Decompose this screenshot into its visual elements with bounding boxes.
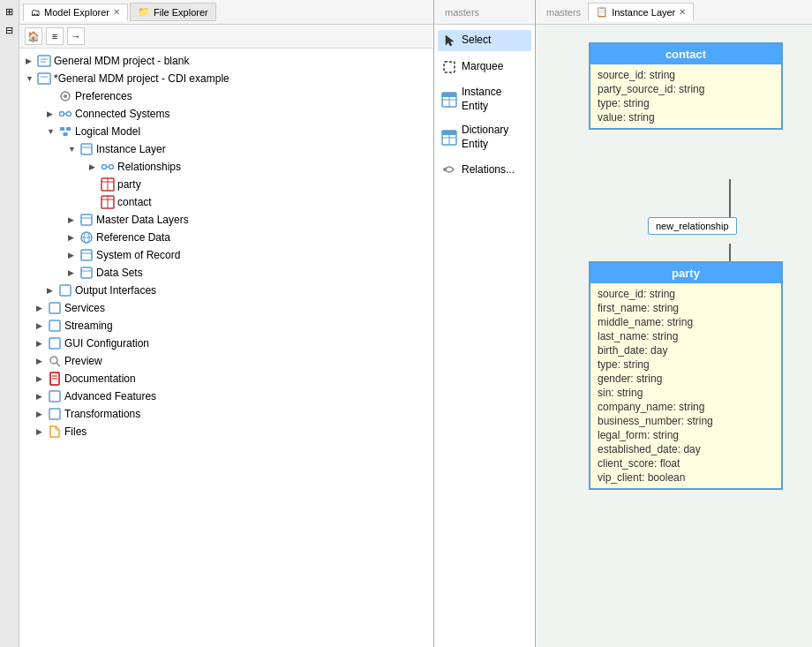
- tree-item-connected-systems[interactable]: ▶Connected Systems: [19, 105, 433, 123]
- tree-arrow-services[interactable]: ▶: [36, 304, 45, 312]
- tree-item-reference-data[interactable]: ▶Reference Data: [19, 229, 433, 246]
- file-explorer-label: File Explorer: [154, 7, 208, 18]
- party-field: source_id: string: [598, 287, 774, 301]
- svg-point-7: [60, 112, 64, 117]
- party-field: company_name: string: [598, 400, 774, 414]
- palette-item-dictionary-entity[interactable]: Dictionary Entity: [438, 121, 531, 154]
- tree-arrow-gui-configuration[interactable]: ▶: [36, 339, 45, 348]
- palette-item-marquee[interactable]: Marquee: [438, 56, 531, 78]
- diagram-canvas[interactable]: contact source_id: stringparty_source_id…: [536, 25, 812, 647]
- tree-item-output-interfaces[interactable]: ▶Output Interfaces: [19, 282, 433, 299]
- party-entity-body: source_id: stringfirst_name: stringmiddl…: [590, 283, 781, 488]
- tree-item-streaming[interactable]: ▶Streaming: [19, 317, 433, 335]
- model-explorer-close[interactable]: ✕: [113, 7, 120, 17]
- tree-arrow-streaming[interactable]: ▶: [36, 321, 45, 330]
- tree-arrow-general-cdi[interactable]: ▼: [26, 74, 34, 83]
- tree-item-preferences[interactable]: Preferences: [19, 87, 433, 105]
- tree-arrow-output-interfaces[interactable]: ▶: [47, 286, 56, 295]
- relationship-box[interactable]: new_relationship: [648, 217, 737, 235]
- palette-label-relationship: Relations...: [462, 163, 515, 177]
- tree-panel: ▶General MDM project - blank▼*General MD…: [19, 49, 433, 647]
- relationship-label: new_relationship: [656, 221, 729, 231]
- tree-icon-logical-model: [58, 124, 72, 139]
- tree-arrow-preview[interactable]: ▶: [36, 357, 45, 365]
- toolbar-btn-1[interactable]: 🏠: [25, 27, 42, 45]
- svg-rect-23: [81, 214, 92, 225]
- side-icon-1[interactable]: ⊞: [2, 4, 18, 19]
- party-field: birth_date: day: [598, 343, 774, 357]
- tree-label-master-data-layers: Master Data Layers: [96, 214, 189, 226]
- tree-item-gui-configuration[interactable]: ▶GUI Configuration: [19, 335, 433, 352]
- palette-item-relationship[interactable]: Relations...: [438, 159, 531, 180]
- tree-icon-documentation: [48, 372, 62, 386]
- tree-item-general-blank[interactable]: ▶General MDM project - blank: [19, 52, 433, 70]
- svg-rect-11: [66, 127, 71, 131]
- toolbar-btn-3[interactable]: →: [67, 27, 85, 45]
- model-explorer-icon: 🗂: [31, 7, 41, 18]
- tree-arrow-logical-model[interactable]: ▼: [47, 127, 56, 136]
- tree-item-contact[interactable]: contact: [19, 193, 433, 211]
- tree-label-gui-configuration: GUI Configuration: [64, 337, 149, 350]
- svg-point-52: [443, 168, 447, 171]
- tab-file-explorer[interactable]: 📁 File Explorer: [130, 3, 216, 21]
- tree-item-preview[interactable]: ▶Preview: [19, 352, 433, 370]
- tree-item-advanced-features[interactable]: ▶Advanced Features: [19, 387, 433, 405]
- right-tab-bar: masters 📋 Instance Layer ✕: [536, 0, 812, 25]
- palette-items: SelectMarqueeInstance EntityDictionary E…: [434, 25, 535, 185]
- svg-rect-12: [64, 132, 68, 136]
- contact-entity[interactable]: contact source_id: stringparty_source_id…: [589, 42, 783, 130]
- tree-item-instance-layer[interactable]: ▼Instance Layer: [19, 140, 433, 158]
- side-icon-2[interactable]: ⊟: [2, 22, 18, 38]
- instance-layer-tab-close[interactable]: ✕: [679, 7, 686, 17]
- tree-item-services[interactable]: ▶Services: [19, 299, 433, 317]
- tree-item-data-sets[interactable]: ▶Data Sets: [19, 264, 433, 282]
- svg-rect-45: [442, 93, 456, 97]
- party-entity[interactable]: party source_id: stringfirst_name: strin…: [589, 261, 783, 490]
- tree-arrow-relationships[interactable]: ▶: [89, 162, 98, 171]
- tree-arrow-master-data-layers[interactable]: ▶: [68, 215, 77, 224]
- svg-rect-41: [49, 391, 60, 402]
- tab-instance-layer[interactable]: 📋 Instance Layer ✕: [588, 3, 694, 21]
- tree-item-master-data-layers[interactable]: ▶Master Data Layers: [19, 211, 433, 229]
- tree-label-connected-systems: Connected Systems: [75, 108, 169, 120]
- tree-item-logical-model[interactable]: ▼Logical Model: [19, 123, 433, 140]
- tree-arrow-advanced-features[interactable]: ▶: [36, 392, 45, 401]
- tree-item-general-cdi[interactable]: ▼*General MDM project - CDI example: [19, 70, 433, 87]
- tree-arrow-general-blank[interactable]: ▶: [26, 56, 34, 65]
- tree-item-relationships[interactable]: ▶Relationships: [19, 158, 433, 176]
- tab-masters[interactable]: masters: [539, 4, 588, 20]
- tree-arrow-files[interactable]: ▶: [36, 427, 45, 436]
- masters-tab[interactable]: masters: [438, 4, 486, 20]
- tree-item-system-of-record[interactable]: ▶System of Record: [19, 246, 433, 264]
- palette-item-instance-entity[interactable]: Instance Entity: [438, 83, 531, 116]
- tree-item-documentation[interactable]: ▶Documentation: [19, 370, 433, 387]
- tab-model-explorer[interactable]: 🗂 Model Explorer ✕: [23, 4, 128, 21]
- tree-arrow-data-sets[interactable]: ▶: [68, 268, 77, 277]
- svg-rect-0: [38, 56, 50, 66]
- svg-rect-43: [444, 62, 455, 72]
- tree-item-files[interactable]: ▶Files: [19, 423, 433, 440]
- tree-icon-data-sets: [79, 266, 94, 280]
- palette-item-select[interactable]: Select: [438, 30, 531, 51]
- toolbar-btn-2[interactable]: ≡: [46, 27, 64, 45]
- tree-icon-master-data-layers: [79, 213, 94, 227]
- tree-arrow-reference-data[interactable]: ▶: [68, 233, 77, 242]
- tree-arrow-connected-systems[interactable]: ▶: [47, 109, 56, 118]
- tree-arrow-instance-layer[interactable]: ▼: [68, 145, 77, 154]
- tree-arrow-system-of-record[interactable]: ▶: [68, 251, 77, 260]
- svg-rect-33: [49, 303, 60, 313]
- tree-label-files: Files: [64, 425, 86, 438]
- tree-icon-general-blank: [37, 54, 51, 68]
- tree-icon-connected-systems: [58, 107, 72, 121]
- svg-rect-10: [60, 127, 64, 131]
- contact-entity-header: contact: [590, 44, 781, 64]
- svg-rect-30: [81, 267, 92, 278]
- tree-item-transformations[interactable]: ▶Transformations: [19, 405, 433, 423]
- tree-arrow-transformations[interactable]: ▶: [36, 410, 45, 418]
- tree-icon-files: [48, 425, 62, 439]
- tree-label-general-blank: General MDM project - blank: [54, 55, 189, 67]
- contact-field: value: string: [598, 110, 774, 124]
- tree-arrow-documentation[interactable]: ▶: [36, 374, 45, 383]
- tree-item-party[interactable]: party: [19, 176, 433, 193]
- party-field: vip_client: boolean: [598, 470, 774, 485]
